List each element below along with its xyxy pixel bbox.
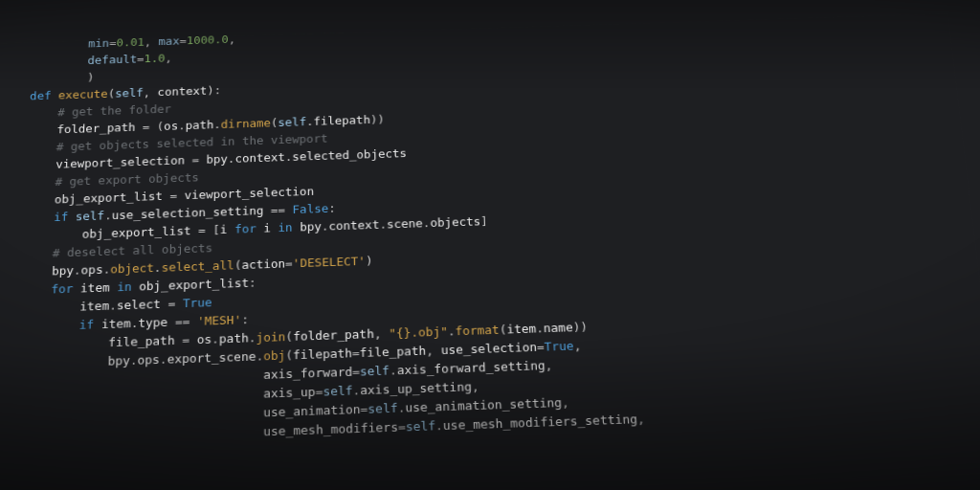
token-op: = (: [143, 120, 165, 133]
token-txt: use_animation_setting: [405, 395, 562, 414]
token-op: ,: [472, 379, 479, 393]
token-txt: use_mesh_modifiers: [263, 420, 398, 439]
token-fn: obj: [263, 348, 285, 363]
token-op: ,: [229, 33, 235, 45]
token-txt: use_selection: [440, 340, 537, 357]
token-op: =: [167, 297, 183, 311]
token-kw: in: [278, 220, 300, 234]
token-txt: bpy: [300, 220, 322, 234]
token-txt: path: [219, 331, 249, 346]
token-op: ,: [165, 52, 172, 64]
token-op: ,: [562, 395, 570, 410]
token-txt: bpy: [52, 263, 74, 278]
token-kw: for: [234, 221, 263, 235]
token-kw: def: [30, 89, 58, 102]
token-str: "{}.obj": [389, 324, 448, 341]
token-txt: selected_objects: [292, 146, 407, 163]
token-op: =: [316, 385, 323, 399]
token-txt: context: [328, 218, 379, 234]
token-txt: objects: [430, 214, 480, 230]
token-txt: item: [79, 299, 109, 313]
token-txt: context: [157, 84, 207, 99]
token-num: 1000.0: [187, 33, 229, 46]
token-txt: name: [544, 321, 573, 335]
token-fn: execute: [58, 87, 108, 101]
token-txt: ops: [80, 262, 102, 277]
token-op: ,: [144, 86, 158, 100]
token-op: ,: [545, 358, 552, 372]
token-txt: bpy: [206, 152, 228, 166]
token-txt: use_animation: [263, 402, 361, 419]
token-str: 'MESH': [197, 313, 241, 328]
token-sel: self: [278, 115, 306, 128]
token-op: =: [191, 153, 206, 167]
token-txt: folder_path: [293, 326, 374, 343]
token-op: = [: [198, 223, 220, 237]
token-fn: dirname: [221, 116, 271, 130]
token-sel: self: [368, 401, 397, 416]
token-op: )): [370, 113, 385, 126]
token-sel: self: [360, 364, 390, 379]
token-op: (: [285, 348, 293, 363]
token-txt: axis_forward: [263, 365, 352, 382]
token-fn: object: [110, 261, 154, 277]
token-op: =: [182, 333, 197, 347]
token-fn: select_all: [161, 258, 234, 275]
token-cmt: # deselect all objects: [53, 241, 213, 260]
token-txt: item: [101, 317, 131, 331]
token-txt: viewport_selection: [56, 153, 192, 170]
token-op: ,: [145, 35, 159, 49]
token-txt: os: [197, 332, 212, 346]
token-kw: for: [51, 281, 80, 296]
token-op: ):: [207, 83, 221, 97]
token-txt: axis_up_setting: [360, 380, 472, 398]
token-const: False: [292, 202, 328, 216]
token-txt: obj_export_list: [82, 224, 199, 241]
token-const: True: [183, 296, 212, 310]
token-op: ==: [271, 203, 293, 217]
token-txt: context: [234, 150, 284, 165]
token-txt: i: [220, 222, 234, 235]
token-kw: if: [54, 210, 76, 224]
token-txt: os: [164, 120, 178, 133]
token-txt: bpy: [107, 353, 130, 368]
token-kw: in: [117, 279, 139, 294]
token-param: default: [87, 53, 137, 67]
token-txt: action: [241, 256, 285, 272]
token-op: )): [572, 320, 588, 334]
token-op: :: [241, 313, 249, 327]
token-cmt: # get export objects: [55, 170, 199, 189]
token-op: :: [249, 276, 256, 290]
token-sel: self: [406, 418, 436, 434]
token-txt: obj_export_list: [55, 189, 170, 207]
token-op: :: [328, 201, 336, 214]
token-param: max: [158, 34, 179, 48]
token-op: ,: [573, 339, 581, 353]
token-sel: self: [323, 384, 352, 399]
token-op: (: [285, 329, 293, 344]
token-num: 0.01: [116, 35, 145, 49]
code-editor[interactable]: min=0.01, max=1000.0, default=1.0, ) def…: [0, 13, 980, 490]
token-txt: i: [263, 221, 278, 234]
token-txt: type: [138, 315, 175, 330]
token-txt: use_selection_setting: [112, 204, 271, 222]
token-const: True: [544, 339, 574, 354]
token-txt: axis_forward_setting: [397, 358, 546, 377]
token-sel: self: [76, 209, 105, 223]
token-op: .: [249, 331, 256, 345]
token-kw: if: [79, 318, 102, 332]
token-op: ]: [480, 214, 488, 228]
token-op: ): [366, 254, 373, 267]
token-txt: scene: [387, 216, 423, 231]
token-txt: axis_up: [263, 385, 316, 401]
token-txt: item: [80, 280, 118, 296]
token-txt: select: [117, 297, 168, 312]
token-str: 'DESELECT': [293, 254, 366, 270]
token-param: min: [88, 36, 109, 50]
token-txt: file_path: [360, 344, 427, 360]
token-op: =: [169, 189, 184, 202]
token-txt: use_mesh_modifiers_setting: [443, 412, 638, 433]
token-op: (: [234, 258, 242, 272]
token-fn: format: [455, 323, 500, 338]
token-txt: item: [506, 322, 536, 336]
